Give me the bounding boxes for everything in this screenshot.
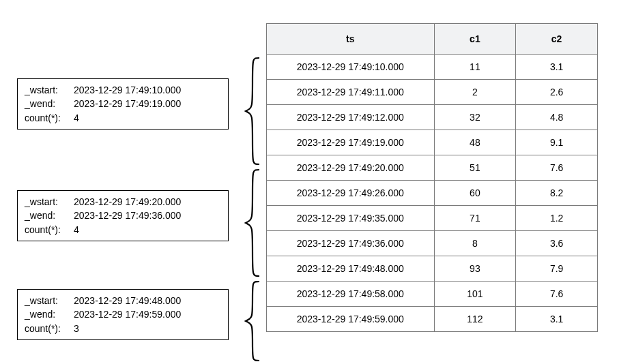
col-header-c2: c2 [516, 24, 598, 55]
cell-c2: 3.1 [516, 307, 598, 332]
table-row: 2023-12-29 17:49:59.000 112 3.1 [267, 307, 598, 332]
cell-ts: 2023-12-29 17:49:48.000 [267, 256, 435, 282]
cell-ts: 2023-12-29 17:49:20.000 [267, 155, 435, 181]
cell-ts: 2023-12-29 17:49:11.000 [267, 80, 435, 105]
value-wend: 2023-12-29 17:49:19.000 [74, 97, 221, 110]
brace-icon [244, 56, 261, 166]
label-wend: _wend: [25, 307, 74, 321]
cell-c1: 32 [434, 105, 516, 130]
cell-c1: 93 [434, 256, 516, 282]
cell-c1: 101 [434, 282, 516, 307]
cell-ts: 2023-12-29 17:49:35.000 [267, 206, 435, 231]
table-header-row: ts c1 c2 [267, 24, 598, 55]
brace-icon [244, 279, 261, 363]
value-count: 3 [74, 322, 221, 335]
cell-c2: 2.6 [516, 80, 598, 105]
cell-ts: 2023-12-29 17:49:26.000 [267, 181, 435, 206]
window-summary-1: _wstart: 2023-12-29 17:49:10.000 _wend: … [17, 78, 229, 130]
cell-c2: 8.2 [516, 181, 598, 206]
label-wstart: _wstart: [25, 294, 74, 307]
cell-c1: 2 [434, 80, 516, 105]
label-count: count(*): [25, 111, 74, 125]
value-wend: 2023-12-29 17:49:36.000 [74, 209, 221, 222]
value-count: 4 [74, 223, 221, 237]
cell-ts: 2023-12-29 17:49:36.000 [267, 231, 435, 256]
cell-ts: 2023-12-29 17:49:58.000 [267, 282, 435, 307]
cell-c1: 60 [434, 181, 516, 206]
table-row: 2023-12-29 17:49:11.000 2 2.6 [267, 80, 598, 105]
cell-c2: 7.6 [516, 155, 598, 181]
table-row: 2023-12-29 17:49:10.000 11 3.1 [267, 55, 598, 80]
label-wstart: _wstart: [25, 195, 74, 209]
cell-ts: 2023-12-29 17:49:12.000 [267, 105, 435, 130]
table-row: 2023-12-29 17:49:26.000 60 8.2 [267, 181, 598, 206]
value-wend: 2023-12-29 17:49:59.000 [74, 307, 221, 321]
cell-c2: 7.9 [516, 256, 598, 282]
cell-c1: 48 [434, 130, 516, 155]
value-wstart: 2023-12-29 17:49:48.000 [74, 294, 221, 307]
summary-row: _wstart: 2023-12-29 17:49:20.000 [25, 195, 221, 209]
value-wstart: 2023-12-29 17:49:20.000 [74, 195, 221, 209]
summary-row: _wstart: 2023-12-29 17:49:10.000 [25, 83, 221, 97]
window-summary-2: _wstart: 2023-12-29 17:49:20.000 _wend: … [17, 190, 229, 241]
cell-c1: 112 [434, 307, 516, 332]
summary-row: count(*): 3 [25, 322, 221, 335]
summary-row: count(*): 4 [25, 111, 221, 125]
label-wend: _wend: [25, 209, 74, 222]
cell-ts: 2023-12-29 17:49:59.000 [267, 307, 435, 332]
label-count: count(*): [25, 322, 74, 335]
table-row: 2023-12-29 17:49:36.000 8 3.6 [267, 231, 598, 256]
value-count: 4 [74, 111, 221, 125]
cell-c1: 51 [434, 155, 516, 181]
data-table: ts c1 c2 2023-12-29 17:49:10.000 11 3.1 … [266, 23, 598, 332]
cell-ts: 2023-12-29 17:49:19.000 [267, 130, 435, 155]
table-row: 2023-12-29 17:49:48.000 93 7.9 [267, 256, 598, 282]
col-header-ts: ts [267, 24, 435, 55]
table-row: 2023-12-29 17:49:58.000 101 7.6 [267, 282, 598, 307]
label-count: count(*): [25, 223, 74, 237]
col-header-c1: c1 [434, 24, 516, 55]
summary-row: count(*): 4 [25, 223, 221, 237]
cell-ts: 2023-12-29 17:49:10.000 [267, 55, 435, 80]
table-row: 2023-12-29 17:49:35.000 71 1.2 [267, 206, 598, 231]
cell-c2: 4.8 [516, 105, 598, 130]
table-row: 2023-12-29 17:49:20.000 51 7.6 [267, 155, 598, 181]
label-wstart: _wstart: [25, 83, 74, 97]
cell-c2: 9.1 [516, 130, 598, 155]
brace-icon [244, 168, 261, 278]
cell-c2: 7.6 [516, 282, 598, 307]
cell-c1: 71 [434, 206, 516, 231]
summary-row: _wstart: 2023-12-29 17:49:48.000 [25, 294, 221, 307]
cell-c2: 3.6 [516, 231, 598, 256]
label-wend: _wend: [25, 97, 74, 110]
diagram-root: _wstart: 2023-12-29 17:49:10.000 _wend: … [0, 0, 619, 364]
cell-c1: 11 [434, 55, 516, 80]
cell-c1: 8 [434, 231, 516, 256]
table-row: 2023-12-29 17:49:12.000 32 4.8 [267, 105, 598, 130]
table-row: 2023-12-29 17:49:19.000 48 9.1 [267, 130, 598, 155]
value-wstart: 2023-12-29 17:49:10.000 [74, 83, 221, 97]
cell-c2: 3.1 [516, 55, 598, 80]
summary-row: _wend: 2023-12-29 17:49:59.000 [25, 307, 221, 321]
summary-row: _wend: 2023-12-29 17:49:19.000 [25, 97, 221, 110]
cell-c2: 1.2 [516, 206, 598, 231]
summary-row: _wend: 2023-12-29 17:49:36.000 [25, 209, 221, 222]
window-summary-3: _wstart: 2023-12-29 17:49:48.000 _wend: … [17, 289, 229, 340]
